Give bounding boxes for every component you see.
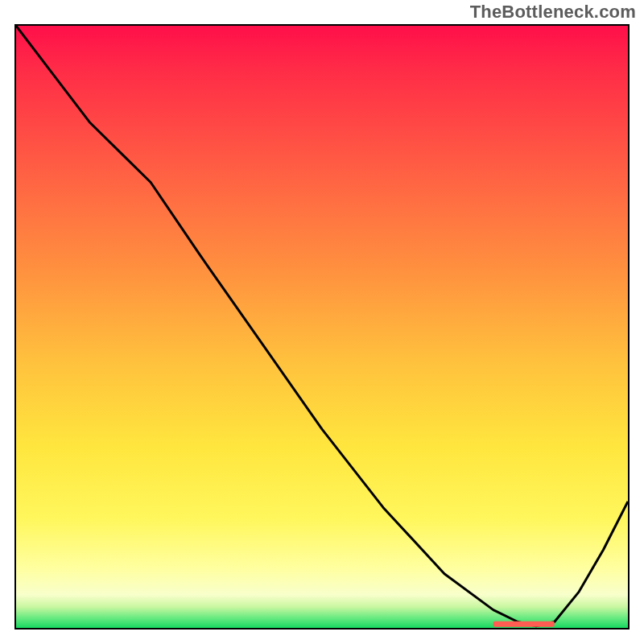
bottleneck-curve bbox=[16, 26, 628, 626]
optimal-marker-band bbox=[493, 621, 555, 627]
plot-frame bbox=[14, 24, 630, 630]
chart-container: TheBottleneck.com bbox=[0, 0, 644, 644]
watermark-text: TheBottleneck.com bbox=[470, 2, 636, 23]
plot-overlay bbox=[16, 26, 628, 628]
